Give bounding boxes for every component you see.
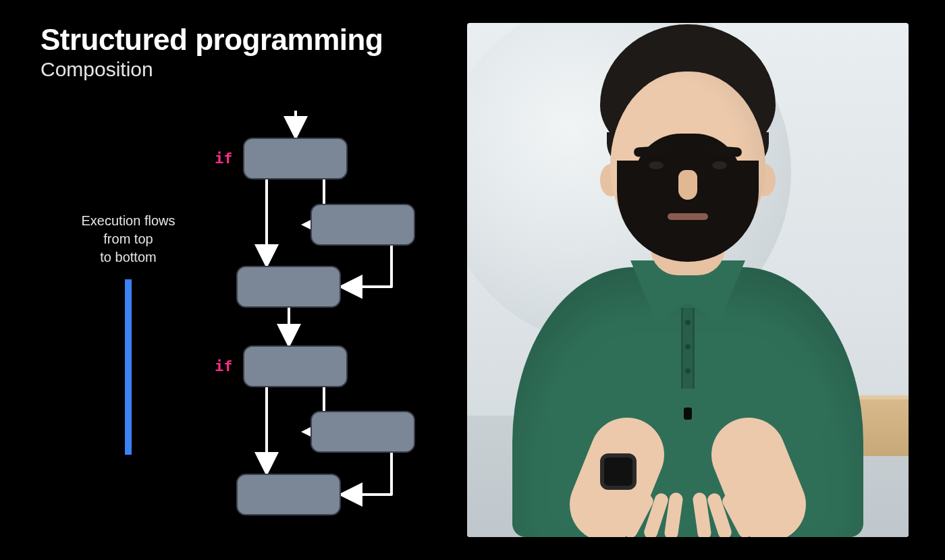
lapel-mic-icon [684,408,692,420]
eye-left [649,161,664,169]
flow-arrow-icon [40,279,128,474]
shirt-button-icon [685,344,691,349]
slide-subtitle: Composition [40,58,459,81]
hands-steepled [624,466,752,537]
flow-caption-line3: to bottom [100,250,156,264]
eye-right [712,161,727,169]
node-if2-top [243,345,348,387]
shirt-button-icon [685,320,691,325]
slide: Structured programming Composition Execu… [40,23,459,537]
flow-caption: Execution flows from top to bottom [68,212,189,267]
shirt-placket [681,308,695,389]
node-if2-merge [236,474,341,515]
edge-if2-side-to-merge [344,453,392,495]
mouth [668,213,708,220]
shirt-button-icon [685,368,691,374]
node-if2-side [310,411,415,453]
keyword-if-1: if [215,150,233,167]
flow-caption-line2: from top [103,231,153,246]
stage: Structured programming Composition Execu… [0,0,945,560]
node-if1-side [310,204,415,246]
presenter-person [499,105,877,537]
edge-if1-side-to-merge [344,246,392,287]
presenter-video [467,23,909,537]
nose [678,170,697,200]
node-if1-merge [236,266,341,308]
slide-title: Structured programming [40,23,459,57]
node-if1-top [243,138,348,179]
keyword-if-2: if [215,358,233,374]
flow-caption-line1: Execution flows [82,213,176,228]
